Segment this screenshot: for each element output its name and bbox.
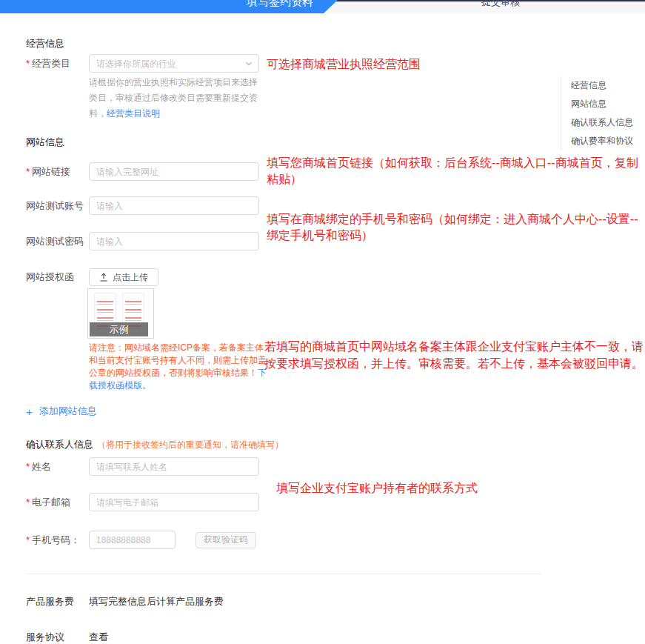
upload-icon: [99, 273, 108, 282]
view-agreement-link[interactable]: 查看: [89, 631, 108, 644]
business-category-select[interactable]: [89, 54, 259, 73]
category-help-link[interactable]: 经营类目说明: [107, 108, 160, 119]
row-business-category: * 经营类目: [26, 54, 259, 73]
contact-name-label: * 姓名: [26, 460, 89, 474]
section-divider: [26, 574, 541, 574]
annotation-website-link: 填写您商城首页链接（如何获取：后台系统--商城入口--商城首页，复制粘贴）: [267, 155, 645, 187]
row-service-fee: 产品服务费 填写完整信息后计算产品服务费: [26, 595, 224, 608]
anchor-nav: 经营信息 网站信息 确认联系人信息 确认费率和协议: [561, 76, 633, 150]
sample-badge: 示例: [90, 322, 148, 336]
row-contact-name: * 姓名: [26, 457, 259, 476]
auth-letter-label: 网站授权函: [26, 270, 89, 284]
required-mark: *: [26, 497, 30, 508]
test-account-input[interactable]: [89, 196, 259, 215]
test-password-input[interactable]: [89, 232, 259, 250]
contact-name-input[interactable]: [89, 457, 259, 476]
annotation-contact: 填写企业支付宝账户持有者的联系方式: [276, 480, 498, 497]
section-title-website: 网站信息: [26, 136, 64, 149]
row-contact-email: * 电子邮箱: [26, 493, 259, 511]
business-category-label: * 经营类目: [26, 57, 89, 70]
signup-form-page: 填写签约资料 提交审核 经营信息 * 经营类目 可选择商城营业执照经营范围 请根…: [0, 0, 645, 644]
contact-subtitle: （将用于接收签约后的重要通知，请准确填写）: [97, 439, 284, 450]
plus-icon: +: [26, 405, 33, 418]
row-service-agreement: 服务协议 查看: [26, 631, 108, 644]
add-website-link-label: 添加网站信息: [39, 405, 97, 418]
service-agreement-label: 服务协议: [26, 631, 89, 644]
add-website-link[interactable]: + 添加网站信息: [26, 405, 97, 418]
tab-submit-review-label[interactable]: 提交审核: [481, 0, 520, 9]
contact-email-input[interactable]: [89, 493, 259, 511]
anchor-nav-item-business[interactable]: 经营信息: [571, 76, 633, 95]
upload-button-label: 点击上传: [113, 271, 148, 284]
chevron-down-icon: [245, 60, 253, 67]
service-fee-value: 填写完整信息后计算产品服务费: [89, 595, 224, 608]
row-auth-letter: 网站授权函 点击上传: [26, 268, 158, 286]
section-title-business: 经营信息: [26, 37, 64, 50]
section-title-contact: 确认联系人信息（将用于接收签约后的重要通知，请准确填写）: [26, 438, 284, 451]
tab-fill-contract-info-label[interactable]: 填写签约资料: [247, 0, 313, 9]
website-link-input[interactable]: [89, 162, 259, 181]
annotation-category: 可选择商城营业执照经营范围: [267, 56, 444, 73]
test-account-label: 网站测试账号: [26, 199, 89, 213]
anchor-nav-item-website[interactable]: 网站信息: [571, 95, 633, 113]
contact-phone-label: * 手机号码：: [26, 534, 89, 547]
contact-email-label: * 电子邮箱: [26, 496, 89, 509]
service-fee-label: 产品服务费: [26, 595, 89, 608]
row-test-account: 网站测试账号: [26, 196, 259, 215]
auth-letter-sample-image: 示例: [87, 288, 154, 339]
test-password-label: 网站测试密码: [26, 235, 89, 248]
required-mark: *: [26, 166, 30, 177]
required-mark: *: [26, 58, 30, 69]
upload-button[interactable]: 点击上传: [89, 268, 158, 286]
row-website-link: * 网站链接: [26, 162, 259, 181]
anchor-nav-item-rate-agreement[interactable]: 确认费率和协议: [571, 132, 633, 150]
contact-phone-input[interactable]: [89, 531, 176, 549]
required-mark: *: [26, 461, 30, 472]
get-sms-code-button[interactable]: 获取验证码: [195, 532, 256, 548]
required-mark: *: [26, 534, 30, 545]
step-tabbar: 填写签约资料 提交审核: [0, 0, 645, 13]
annotation-auth-letter: 若填写的商城首页中网站域名备案主体跟企业支付宝账户主体不一致，请按要求填写授权函…: [264, 338, 645, 372]
anchor-nav-item-contact[interactable]: 确认联系人信息: [571, 113, 633, 132]
row-contact-phone: * 手机号码： 获取验证码: [26, 531, 256, 549]
row-test-password: 网站测试密码: [26, 232, 259, 250]
website-link-label: * 网站链接: [26, 165, 89, 179]
auth-letter-notice: 请注意：网站域名需经ICP备案，若备案主体和当前支付宝账号持有人不同，则需上传加…: [89, 342, 269, 392]
business-category-select-input[interactable]: [89, 54, 259, 73]
annotation-test-credentials: 填写在商城绑定的手机号和密码（如何绑定：进入商城个人中心--设置--绑定手机号和…: [267, 211, 645, 244]
category-help-text: 请根据你的营业执照和实际经营项目来选择类目，审核通过后修改类目需要重新提交资料，…: [89, 75, 264, 122]
